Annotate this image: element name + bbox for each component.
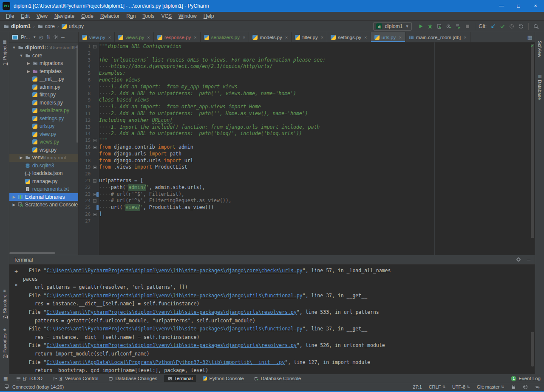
file-link[interactable]: C:\Users\antl\AppData\Local\Programs\Pyt…	[46, 359, 285, 365]
close-tab-icon[interactable]: ×	[243, 35, 245, 40]
tree-item-wsgi-py[interactable]: wsgi.py	[9, 146, 78, 154]
sidebar-tab-project[interactable]: ▦ 1: Project	[0, 38, 9, 65]
debug-button[interactable]	[425, 22, 435, 31]
breadcrumb-urls-py[interactable]: urls.py	[62, 23, 84, 29]
tree-item-views-py[interactable]: views.py	[9, 138, 78, 146]
encoding-select[interactable]: UTF-8⇅	[452, 384, 470, 389]
git-branch-select[interactable]: Git: master⇅	[477, 384, 504, 389]
editor-tab-filter-py[interactable]: filter.py×	[292, 32, 327, 42]
line-separator-select[interactable]: CRLF⇅	[429, 384, 445, 389]
tool-window-switcher-icon[interactable]: ▦	[3, 376, 8, 381]
code-line-16[interactable]: 16from django.contrib import admin	[79, 144, 535, 151]
tree-item-Scratches-and-Consoles[interactable]: ▶Scratches and Consoles	[9, 201, 78, 209]
editor-tab-main-core_room-db-[interactable]: main.core_room [db]×	[405, 32, 470, 42]
sidebar-tab-sciview[interactable]: SciView	[535, 41, 544, 57]
file-link[interactable]: C:\Users\antl\PycharmProjects\diplom1\ve…	[46, 342, 297, 348]
tree-item-__init__-py[interactable]: __init__.py	[9, 75, 78, 83]
file-link[interactable]: C:\Users\antl\PycharmProjects\diplom1\ve…	[46, 268, 302, 274]
close-tab-icon[interactable]: ×	[147, 35, 150, 40]
tree-item-loaddata-json[interactable]: {..}loaddata.json	[9, 169, 78, 178]
menu-run[interactable]: Run	[123, 12, 139, 20]
tree-item-settings-py[interactable]: settings.py	[9, 115, 78, 123]
tree-item-migrations[interactable]: ▶migrations	[9, 59, 78, 68]
fold-icon[interactable]	[93, 193, 96, 196]
terminal-output[interactable]: File "C:\Users\antl\PycharmProjects\dipl…	[23, 265, 535, 374]
menu-refactor[interactable]: Refactor	[97, 12, 123, 20]
code-line-22[interactable]: 22····path('admin/', admin.site.urls),	[79, 184, 535, 191]
code-line-14[interactable]: 14····2. Add a URL to urlpatterns: path(…	[79, 130, 535, 137]
code-line-7[interactable]: 7····1. Add an import: from my_app impor…	[79, 84, 535, 90]
toolwindow-terminal[interactable]: Terminal	[164, 375, 196, 382]
tree-item-filter-py[interactable]: filter.py	[9, 91, 78, 99]
breadcrumb-diplom1[interactable]: diplom1	[3, 23, 31, 29]
collapse-all-icon[interactable]: ⇅	[46, 34, 50, 40]
lock-icon[interactable]	[511, 384, 516, 389]
chevron-right-icon[interactable]: ▶	[26, 61, 31, 65]
menu-vcs[interactable]: VCS	[158, 12, 175, 20]
code-line-18[interactable]: 18from django.conf.urls import url	[79, 158, 535, 164]
tab-list-icon[interactable]: ▦	[527, 32, 535, 42]
locate-icon[interactable]: ◎	[39, 34, 43, 40]
code-line-13[interactable]: 13····1. Import the include() function: …	[79, 124, 535, 131]
tree-item-manage-py[interactable]: manage.py	[9, 178, 78, 186]
chevron-right-icon[interactable]: ▶	[26, 69, 31, 73]
code-line-3[interactable]: 3The `urlpatterns` list routes URLs to v…	[79, 57, 535, 64]
editor-tab-settings-py[interactable]: settings.py×	[327, 32, 371, 42]
git-commit-button[interactable]	[498, 22, 507, 31]
inspection-ok-icon[interactable]: ✔	[531, 43, 534, 48]
toolwindow-python-console[interactable]: Python Console	[199, 375, 247, 382]
tree-item-venv[interactable]: ▶venv library root	[9, 154, 78, 162]
code-line-27[interactable]: 27	[79, 218, 535, 225]
sidebar-tab-database[interactable]: ▥ Database	[535, 73, 544, 100]
fold-icon[interactable]	[93, 179, 96, 183]
code-line-11[interactable]: 11····2. Add a URL to urlpatterns: path(…	[79, 110, 535, 117]
editor-scrollbar[interactable]	[531, 44, 534, 238]
monitor-icon[interactable]	[4, 384, 9, 390]
tree-item-diplom1[interactable]: ▼diplom1 C:\Users\antl\Pyc	[9, 44, 78, 52]
code-line-6[interactable]: 6Function views	[79, 77, 535, 84]
chevron-down-icon[interactable]: ▼	[18, 54, 24, 58]
code-line-8[interactable]: 8····2. Add a URL to urlpatterns: path('…	[79, 90, 535, 97]
fold-icon[interactable]	[93, 139, 96, 142]
editor-tab-response-py[interactable]: response.py×	[154, 32, 201, 42]
minimize-button[interactable]: —	[493, 0, 510, 12]
rollback-button[interactable]	[516, 22, 526, 31]
menu-tools[interactable]: Tools	[139, 12, 158, 20]
toolwindow-database-console[interactable]: Database Console	[251, 375, 305, 382]
editor-tab-serializers-py[interactable]: serializers.py×	[201, 32, 249, 42]
code-editor[interactable]: 1"""diploma URL Configuration23The `urlp…	[79, 42, 535, 255]
chevron-down-icon[interactable]: ▼	[33, 35, 36, 39]
menu-help[interactable]: Help	[200, 12, 218, 20]
close-tab-icon[interactable]: ×	[399, 35, 401, 40]
menu-edit[interactable]: Edit	[17, 12, 33, 20]
close-tab-icon[interactable]: ×	[285, 35, 288, 40]
tree-item-core[interactable]: ▼core	[9, 52, 78, 60]
fold-icon[interactable]	[93, 199, 96, 203]
project-view-mode[interactable]: Pr...	[21, 34, 30, 40]
search-everywhere-button[interactable]	[531, 22, 541, 31]
tree-item-requirements-txt[interactable]: requirements.txt	[9, 185, 78, 193]
gear-icon[interactable]	[516, 257, 521, 263]
file-link[interactable]: C:\Users\antl\PycharmProjects\diplom1\ve…	[46, 293, 302, 299]
add-session-icon[interactable]: +	[14, 268, 18, 275]
chevron-right-icon[interactable]: ▶	[11, 203, 17, 207]
close-session-icon[interactable]: ×	[14, 282, 18, 288]
toolwindow-database-changes[interactable]: Database Changes	[105, 375, 160, 382]
code-line-5[interactable]: 5Examples:	[79, 70, 535, 77]
fold-icon[interactable]	[93, 146, 96, 149]
close-tab-icon[interactable]: ×	[464, 35, 466, 40]
tree-item-view-py[interactable]: view.py	[9, 130, 78, 138]
code-line-26[interactable]: 26]	[79, 211, 535, 218]
code-line-10[interactable]: 10····1. Add an import: from other_app.v…	[79, 104, 535, 110]
caret-position[interactable]: 27:1	[413, 384, 422, 389]
fold-icon[interactable]	[93, 213, 96, 216]
code-line-24[interactable]: 24····# url(r'^$', FilteringRequest.as_v…	[79, 197, 535, 204]
hide-panel-icon[interactable]: ─	[527, 257, 530, 262]
git-update-button[interactable]	[488, 22, 498, 31]
close-tab-icon[interactable]: ×	[321, 35, 323, 40]
fold-icon[interactable]	[93, 45, 96, 48]
menu-file[interactable]: File	[3, 12, 17, 20]
close-button[interactable]: ×	[527, 0, 544, 12]
hide-panel-icon[interactable]: ─	[61, 35, 65, 40]
menu-navigate[interactable]: Navigate	[51, 12, 78, 20]
